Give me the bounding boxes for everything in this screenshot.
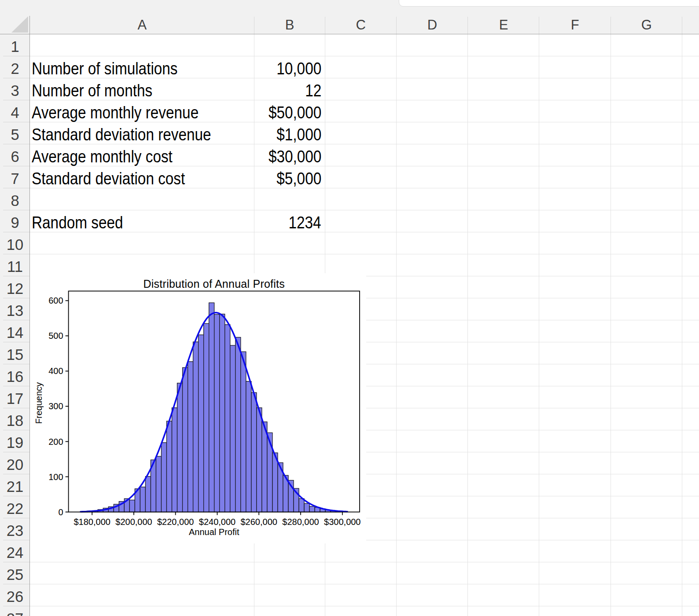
svg-text:$280,000: $280,000 xyxy=(282,517,319,527)
svg-text:0: 0 xyxy=(58,507,63,517)
svg-text:$200,000: $200,000 xyxy=(115,517,152,527)
svg-text:500: 500 xyxy=(48,331,63,341)
svg-text:Frequency: Frequency xyxy=(34,382,44,424)
svg-text:$220,000: $220,000 xyxy=(157,517,194,527)
svg-text:$260,000: $260,000 xyxy=(240,517,277,527)
svg-text:600: 600 xyxy=(48,296,63,305)
svg-text:200: 200 xyxy=(48,437,63,447)
svg-text:$300,000: $300,000 xyxy=(324,517,361,527)
svg-text:Distribution of Annual Profits: Distribution of Annual Profits xyxy=(143,278,285,290)
svg-text:Annual Profit: Annual Profit xyxy=(189,527,239,537)
svg-text:$180,000: $180,000 xyxy=(74,517,110,527)
svg-text:100: 100 xyxy=(48,472,63,482)
svg-text:400: 400 xyxy=(48,366,63,376)
svg-text:300: 300 xyxy=(48,401,63,411)
svg-text:$240,000: $240,000 xyxy=(199,517,235,527)
